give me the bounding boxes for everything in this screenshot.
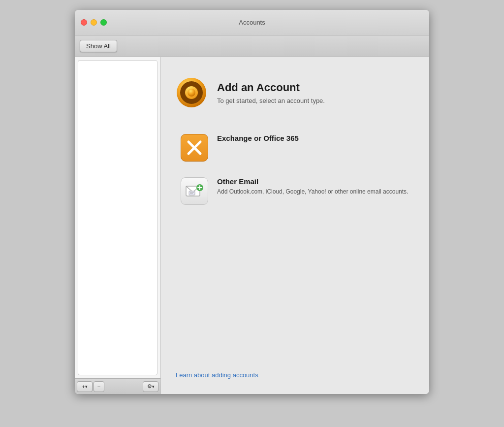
traffic-lights (81, 19, 107, 26)
window-title: Accounts (239, 19, 265, 26)
learn-link-container: Learn about adding accounts (176, 356, 414, 384)
add-account-button[interactable]: + ▾ (77, 381, 93, 392)
title-bar: Accounts (75, 10, 429, 35)
minimize-button[interactable] (91, 19, 97, 26)
exchange-icon (181, 134, 208, 162)
gear-icon: ⚙ (147, 383, 152, 390)
accounts-window: Accounts Show All + ▾ − ⚙ ▾ (75, 10, 429, 394)
sidebar-footer: + ▾ − ⚙ ▾ (75, 378, 160, 394)
add-account-header: Add an Account To get started, select an… (176, 77, 414, 108)
add-account-text-block: Add an Account To get started, select an… (217, 81, 325, 104)
show-all-button[interactable]: Show All (80, 40, 117, 52)
other-email-option-text: Other Email Add Outlook.com, iCloud, Goo… (217, 177, 408, 196)
settings-button[interactable]: ⚙ ▾ (143, 381, 158, 392)
close-button[interactable] (81, 19, 87, 26)
exchange-label: Exchange or Office 365 (217, 134, 299, 142)
add-account-subtitle: To get started, select an account type. (217, 97, 325, 104)
exchange-option-text: Exchange or Office 365 (217, 134, 299, 144)
main-panel: Add an Account To get started, select an… (161, 57, 429, 394)
accounts-list (78, 60, 158, 375)
other-email-icon (181, 177, 208, 205)
toolbar: Show All (75, 35, 429, 57)
exchange-option[interactable]: Exchange or Office 365 (176, 128, 414, 167)
remove-account-button[interactable]: − (94, 381, 104, 392)
add-account-title: Add an Account (217, 81, 325, 94)
gear-dropdown-icon: ▾ (152, 384, 155, 389)
outlook-logo-icon (176, 77, 207, 108)
content-area: + ▾ − ⚙ ▾ (75, 57, 429, 394)
other-email-description: Add Outlook.com, iCloud, Google, Yahoo! … (217, 188, 408, 196)
maximize-button[interactable] (100, 19, 107, 26)
sidebar: + ▾ − ⚙ ▾ (75, 57, 161, 394)
minus-icon: − (97, 384, 100, 390)
learn-link[interactable]: Learn about adding accounts (176, 371, 258, 379)
other-email-logo-icon (185, 183, 204, 199)
svg-rect-10 (189, 191, 195, 195)
other-email-option[interactable]: Other Email Add Outlook.com, iCloud, Goo… (176, 171, 414, 211)
exchange-logo-icon (186, 139, 203, 157)
add-dropdown-icon: ▾ (85, 384, 88, 389)
svg-point-2 (188, 89, 195, 97)
other-email-label: Other Email (217, 177, 408, 186)
